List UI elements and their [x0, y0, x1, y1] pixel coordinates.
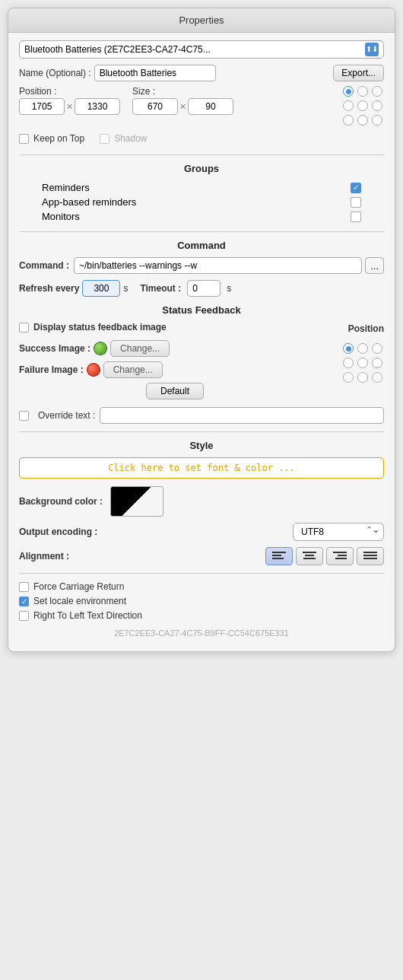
- svg-rect-6: [333, 552, 347, 553]
- pos-size-row: Position : ✕ Size : ✕: [19, 86, 384, 127]
- position-label-status: Position: [348, 323, 384, 334]
- alignment-label: Alignment :: [19, 551, 69, 562]
- radio-mid-right[interactable]: [372, 100, 382, 111]
- status-radio-top-center[interactable]: [357, 343, 368, 354]
- override-input[interactable]: [100, 407, 384, 424]
- success-change-button[interactable]: Change...: [110, 340, 170, 357]
- font-color-button[interactable]: Click here to set font & color ...: [19, 457, 384, 479]
- bg-color-row: Background color :: [19, 486, 384, 517]
- group-app-reminders-checkbox[interactable]: [351, 197, 361, 208]
- group-monitors: Monitors: [19, 209, 384, 224]
- svg-rect-7: [338, 555, 347, 556]
- images-and-radio: Success Image : Change... Failure Image …: [19, 340, 384, 402]
- position-label: Position :: [19, 86, 120, 97]
- status-radio-mid-left[interactable]: [343, 358, 354, 368]
- default-button[interactable]: Default: [146, 383, 204, 399]
- radio-bot-right[interactable]: [372, 115, 382, 126]
- export-button[interactable]: Export...: [333, 65, 384, 81]
- bg-color-label: Background color :: [19, 496, 103, 507]
- align-left-button[interactable]: [265, 547, 293, 565]
- group-reminders-checkbox[interactable]: [351, 183, 361, 193]
- failure-image-row: Failure Image : Change...: [19, 361, 331, 378]
- status-radio-mid-center[interactable]: [357, 358, 368, 368]
- bg-color-swatch[interactable]: [110, 486, 163, 517]
- status-radio-bot-center[interactable]: [357, 372, 368, 383]
- position-block: Position : ✕: [19, 86, 120, 115]
- align-justify-button[interactable]: [357, 547, 384, 565]
- timeout-label: Timeout :: [140, 283, 181, 294]
- svg-rect-4: [305, 555, 314, 556]
- size-h-input[interactable]: [188, 98, 233, 115]
- refresh-row: Refresh every s Timeout : s: [19, 280, 384, 297]
- timeout-input[interactable]: [187, 280, 221, 297]
- radio-top-center[interactable]: [357, 86, 368, 97]
- timeout-unit: s: [227, 283, 231, 294]
- name-label: Name (Optional) :: [19, 68, 91, 78]
- override-row: Override text :: [19, 407, 384, 424]
- command-label: Command :: [19, 260, 69, 271]
- failure-change-button[interactable]: Change...: [103, 361, 163, 378]
- svg-rect-11: [363, 558, 377, 559]
- force-carriage-checkbox[interactable]: [19, 582, 29, 592]
- refresh-input[interactable]: [82, 280, 120, 297]
- status-radio-bot-right[interactable]: [372, 372, 382, 383]
- size-block: Size : ✕: [132, 86, 233, 115]
- display-status-checkbox[interactable]: [19, 323, 29, 332]
- images-block: Success Image : Change... Failure Image …: [19, 340, 331, 402]
- shadow-checkbox[interactable]: [100, 134, 109, 144]
- svg-rect-0: [272, 552, 286, 553]
- position-y-input[interactable]: [75, 98, 120, 115]
- group-monitors-checkbox[interactable]: [351, 212, 361, 222]
- align-right-button[interactable]: [326, 547, 354, 565]
- encoding-wrapper: UTF8 ASCII ISO-8859-1 ⌃⌄: [293, 523, 384, 541]
- status-radio-top-right[interactable]: [372, 343, 382, 354]
- alignment-row: Alignment :: [19, 547, 384, 565]
- rtl-row: Right To Left Text Direction: [19, 610, 384, 621]
- keep-on-top-checkbox[interactable]: [19, 134, 29, 144]
- radio-top-left[interactable]: [343, 86, 354, 97]
- position-x-input[interactable]: [19, 98, 65, 115]
- svg-rect-10: [363, 555, 377, 556]
- success-image-icon: [94, 342, 107, 355]
- status-feedback-row: Display status feedback image Position: [19, 322, 384, 336]
- svg-rect-1: [272, 555, 281, 556]
- align-center-button[interactable]: [296, 547, 323, 565]
- device-dropdown[interactable]: Bluetooth Batteries (2E7C2EE3-CA27-4C75.…: [19, 40, 384, 59]
- command-row: Command : ...: [19, 257, 384, 274]
- alignment-buttons: [265, 547, 384, 565]
- status-radio-bot-left[interactable]: [343, 372, 354, 383]
- separator-1: [19, 154, 384, 155]
- device-dropdown-arrow[interactable]: ⬆⬇: [365, 43, 379, 56]
- status-radio-top-left[interactable]: [343, 343, 354, 354]
- radio-bot-center[interactable]: [357, 115, 368, 126]
- group-app-reminders-label: App-based reminders: [42, 196, 136, 208]
- status-feedback-title: Status Feedback: [19, 304, 384, 316]
- command-ellipsis-button[interactable]: ...: [365, 257, 384, 274]
- radio-bot-left[interactable]: [343, 115, 354, 126]
- window-title: Properties: [179, 14, 224, 26]
- radio-mid-left[interactable]: [343, 100, 354, 111]
- refresh-label: Refresh every: [19, 283, 79, 294]
- command-input[interactable]: [74, 257, 362, 274]
- radio-mid-center[interactable]: [357, 100, 368, 111]
- override-checkbox[interactable]: [19, 411, 29, 421]
- encoding-select[interactable]: UTF8 ASCII ISO-8859-1: [293, 523, 384, 541]
- radio-top-right[interactable]: [372, 86, 382, 97]
- name-input[interactable]: [94, 65, 216, 81]
- set-locale-row: Set locale environment: [19, 596, 384, 606]
- refresh-unit: s: [123, 283, 128, 294]
- rtl-checkbox[interactable]: [19, 611, 29, 621]
- status-position-radio-grid: [343, 343, 384, 384]
- encoding-row: Output encoding : UTF8 ASCII ISO-8859-1 …: [19, 523, 384, 541]
- options-row: Keep on Top Shadow: [19, 133, 384, 147]
- rtl-label: Right To Left Text Direction: [33, 610, 142, 621]
- style-title: Style: [19, 440, 384, 451]
- force-carriage-label: Force Carriage Return: [33, 581, 124, 592]
- set-locale-label: Set locale environment: [33, 596, 126, 606]
- svg-rect-9: [363, 552, 377, 553]
- size-w-input[interactable]: [132, 98, 178, 115]
- status-radio-mid-right[interactable]: [372, 358, 382, 368]
- display-status-label: Display status feedback image: [33, 322, 167, 332]
- set-locale-checkbox[interactable]: [19, 597, 29, 606]
- size-label: Size :: [132, 86, 233, 97]
